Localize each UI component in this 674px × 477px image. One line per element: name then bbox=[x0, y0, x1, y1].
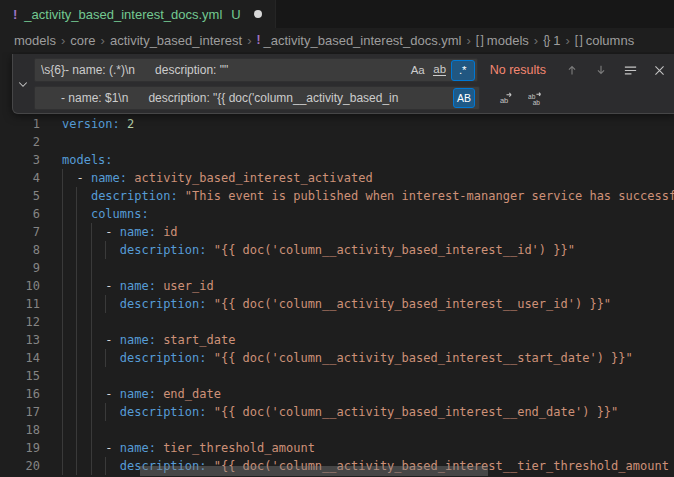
replace-one-icon[interactable]: ab bbox=[496, 88, 516, 108]
svg-text:ab: ab bbox=[499, 96, 507, 105]
replace-row: - name: $1\n description: "{{ doc('colum… bbox=[34, 86, 669, 110]
line-number[interactable]: 6 bbox=[0, 205, 40, 223]
breadcrumb-label: _activity_based_interest_docs.yml bbox=[264, 33, 462, 48]
symbol-array-icon: [ ] bbox=[575, 33, 582, 47]
indent-guide bbox=[105, 403, 106, 421]
svg-text:ab: ab bbox=[532, 99, 540, 106]
next-match-icon[interactable] bbox=[591, 60, 611, 80]
line-number[interactable]: 4 bbox=[0, 169, 40, 187]
breadcrumb-item[interactable]: activity_based_interest bbox=[110, 33, 242, 48]
line-number[interactable]: 16 bbox=[0, 385, 40, 403]
code-line[interactable]: - name: id bbox=[62, 223, 674, 241]
indent-guide bbox=[105, 457, 106, 475]
code-line[interactable]: - name: end_date bbox=[62, 385, 674, 403]
line-number[interactable]: 13 bbox=[0, 331, 40, 349]
breadcrumb-label: columns bbox=[586, 33, 634, 48]
replace-value-text: - name: $1\n description: "{{ doc('colum… bbox=[41, 87, 453, 109]
breadcrumb-separator-icon: › bbox=[101, 33, 105, 48]
indent-guide bbox=[105, 349, 106, 367]
code-line[interactable]: description: "{{ doc('column__activity_b… bbox=[62, 403, 674, 421]
code-line[interactable]: description: "{{ doc('column__activity_b… bbox=[62, 349, 674, 367]
line-number[interactable]: 15 bbox=[0, 367, 40, 385]
breadcrumb-item[interactable]: models bbox=[14, 33, 56, 48]
find-query-text: \s{6}- name: (.*)\n description: "" bbox=[41, 59, 407, 81]
close-find-widget-icon[interactable] bbox=[649, 60, 669, 80]
breadcrumb-item[interactable]: !_activity_based_interest_docs.yml bbox=[257, 33, 462, 48]
line-number[interactable]: 5 bbox=[0, 187, 40, 205]
code-line[interactable] bbox=[62, 313, 674, 331]
breadcrumb-item[interactable]: {}1 bbox=[543, 33, 560, 48]
code-line[interactable]: description: "{{ doc('column__activity_b… bbox=[62, 295, 674, 313]
breadcrumb-item[interactable]: core bbox=[70, 33, 95, 48]
vscode-window: ! _activity_based_interest_docs.yml U mo… bbox=[0, 0, 674, 477]
line-number[interactable]: 3 bbox=[0, 151, 40, 169]
code-line[interactable] bbox=[62, 133, 674, 151]
line-number[interactable]: 11 bbox=[0, 295, 40, 313]
editor[interactable]: 1234567891011121314151617181920 version:… bbox=[0, 52, 674, 477]
breadcrumb-label: models bbox=[487, 33, 529, 48]
line-number[interactable]: 14 bbox=[0, 349, 40, 367]
code-line[interactable] bbox=[62, 367, 674, 385]
git-status-badge: U bbox=[231, 7, 240, 22]
indent-guide bbox=[91, 223, 92, 475]
line-number[interactable]: 12 bbox=[0, 313, 40, 331]
code-line[interactable]: columns: bbox=[62, 205, 674, 223]
line-number[interactable]: 17 bbox=[0, 403, 40, 421]
code-line[interactable]: models: bbox=[62, 151, 674, 169]
breadcrumb-label: activity_based_interest bbox=[110, 33, 242, 48]
breadcrumb-item[interactable]: [ ]columns bbox=[575, 33, 634, 48]
tab-bar: ! _activity_based_interest_docs.yml U bbox=[0, 0, 674, 28]
breadcrumb-label: core bbox=[70, 33, 95, 48]
unsaved-changes-dot-icon[interactable] bbox=[254, 10, 262, 18]
breadcrumb-separator-icon: › bbox=[534, 33, 538, 48]
indent-guide bbox=[76, 187, 77, 475]
code-line[interactable]: description: "This event is published wh… bbox=[62, 187, 674, 205]
find-results-status: No results bbox=[490, 63, 546, 77]
line-number[interactable]: 10 bbox=[0, 277, 40, 295]
tab-filename: _activity_based_interest_docs.yml bbox=[24, 7, 222, 22]
breadcrumb-label: 1 bbox=[553, 33, 560, 48]
code-line[interactable]: description: "{{ doc('column__activity_b… bbox=[62, 241, 674, 259]
breadcrumb-item[interactable]: [ ]models bbox=[476, 33, 529, 48]
line-number[interactable]: 8 bbox=[0, 241, 40, 259]
code-line[interactable] bbox=[62, 421, 674, 439]
replace-all-icon[interactable]: abab bbox=[525, 88, 545, 108]
symbol-array-icon: [ ] bbox=[476, 33, 483, 47]
find-in-selection-icon[interactable] bbox=[620, 60, 640, 80]
find-widget: \s{6}- name: (.*)\n description: "" Aa a… bbox=[12, 54, 674, 114]
match-case-toggle[interactable]: Aa bbox=[407, 61, 429, 80]
code-line[interactable] bbox=[62, 259, 674, 277]
code-line[interactable]: - name: activity_based_interest_activate… bbox=[62, 169, 674, 187]
line-number[interactable]: 18 bbox=[0, 421, 40, 439]
toggle-replace-chevron-icon[interactable] bbox=[13, 54, 34, 113]
symbol-object-icon: {} bbox=[543, 33, 549, 47]
horizontal-scrollbar[interactable] bbox=[140, 466, 488, 476]
find-row: \s{6}- name: (.*)\n description: "" Aa a… bbox=[34, 58, 669, 82]
whole-word-toggle[interactable]: ab bbox=[429, 61, 451, 80]
breadcrumb-separator-icon: › bbox=[467, 33, 471, 48]
code-line[interactable]: - name: start_date bbox=[62, 331, 674, 349]
previous-match-icon[interactable] bbox=[562, 60, 582, 80]
code-line[interactable]: - name: tier_threshold_amount bbox=[62, 439, 674, 457]
yaml-file-icon: ! bbox=[13, 7, 17, 22]
breadcrumb-separator-icon: › bbox=[61, 33, 65, 48]
line-number[interactable]: 9 bbox=[0, 259, 40, 277]
breadcrumb-separator-icon: › bbox=[565, 33, 569, 48]
line-number[interactable]: 7 bbox=[0, 223, 40, 241]
code-line[interactable]: version: 2 bbox=[62, 115, 674, 133]
line-number[interactable]: 1 bbox=[0, 115, 40, 133]
breadcrumb-label: models bbox=[14, 33, 56, 48]
preserve-case-toggle[interactable]: AB bbox=[453, 88, 475, 108]
breadcrumb: models›core›activity_based_interest›!_ac… bbox=[0, 28, 674, 52]
find-input[interactable]: \s{6}- name: (.*)\n description: "" Aa a… bbox=[34, 58, 478, 82]
tab-activity-based-interest-docs[interactable]: ! _activity_based_interest_docs.yml U bbox=[0, 0, 276, 28]
indent-guide bbox=[62, 169, 63, 475]
line-number[interactable]: 2 bbox=[0, 133, 40, 151]
gutter: 1234567891011121314151617181920 bbox=[0, 115, 40, 475]
regex-toggle[interactable]: .* bbox=[451, 60, 475, 81]
breadcrumb-separator-icon: › bbox=[247, 33, 251, 48]
replace-input[interactable]: - name: $1\n description: "{{ doc('colum… bbox=[34, 86, 480, 110]
line-number[interactable]: 19 bbox=[0, 439, 40, 457]
line-number[interactable]: 20 bbox=[0, 457, 40, 475]
code-line[interactable]: - name: user_id bbox=[62, 277, 674, 295]
